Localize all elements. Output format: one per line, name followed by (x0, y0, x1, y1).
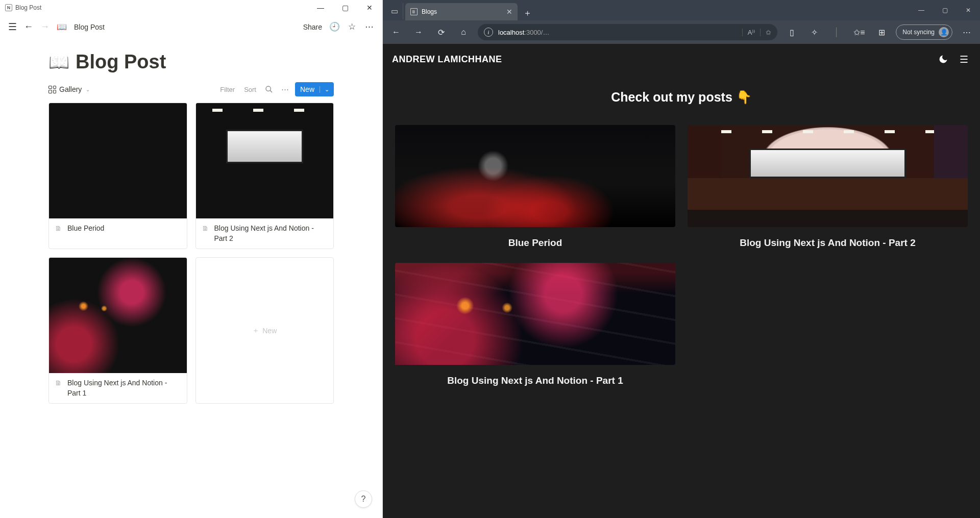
home-icon[interactable]: ⌂ (455, 24, 472, 40)
card-title: Blue Period (67, 224, 104, 234)
updates-icon[interactable]: 🕘 (329, 22, 339, 32)
divider: │ (828, 24, 845, 40)
svg-point-0 (266, 86, 271, 91)
profile-avatar-icon: 👤 (939, 27, 949, 37)
minimize-button[interactable]: — (313, 4, 328, 12)
gallery-card[interactable]: 🗎 Blog Using Next js And Notion - Part 1 (48, 257, 187, 404)
tab-actions-icon[interactable]: ▭ (386, 3, 403, 19)
post-title: Blog Using Next js And Notion - Part 1 (395, 375, 675, 386)
new-button[interactable]: New ⌄ (295, 82, 334, 96)
post-title: Blue Period (395, 237, 675, 249)
url-host: localhost (498, 29, 524, 36)
notion-titlebar-left: N Blog Post (5, 4, 41, 11)
notion-content: 📖 Blog Post Gallery ⌄ Filter Sort ⋯ New … (0, 38, 382, 518)
read-aloud-icon[interactable]: A⁾⁾ (742, 29, 755, 36)
post-card[interactable]: Blog Using Next js And Notion - Part 2 (688, 125, 968, 249)
pointing-down-icon: 👇 (736, 90, 752, 104)
view-label: Gallery (59, 85, 82, 93)
site-logo[interactable]: ANDREW LAMICHHANE (392, 54, 502, 65)
help-button[interactable]: ? (355, 490, 372, 508)
theme-toggle-icon[interactable] (936, 52, 950, 66)
maximize-button[interactable]: ▢ (337, 4, 353, 12)
sync-label: Not syncing (902, 29, 935, 36)
breadcrumb[interactable]: Blog Post (74, 23, 105, 31)
post-thumbnail (395, 125, 675, 227)
window-controls: — ▢ ✕ (313, 4, 377, 12)
close-button[interactable]: ✕ (362, 4, 377, 12)
card-thumbnail (49, 103, 187, 218)
post-card[interactable]: Blog Using Next js And Notion - Part 1 (395, 263, 675, 386)
notion-logo-icon: N (5, 4, 12, 11)
svg-line-1 (270, 90, 272, 92)
webpage: ANDREW LAMICHHANE ☰ Check out my posts 👇… (383, 44, 980, 518)
post-card[interactable]: Blue Period (395, 125, 675, 249)
card-thumbnail (49, 258, 187, 373)
gallery-card[interactable]: 🗎 Blog Using Next js And Notion - Part 2 (195, 103, 334, 249)
nav-back-icon[interactable]: ← (24, 21, 33, 32)
page-title[interactable]: Blog Post (76, 51, 166, 73)
help-icon: ? (361, 495, 366, 504)
nav-forward-icon[interactable]: → (410, 24, 427, 40)
settings-more-icon[interactable]: ⋯ (959, 24, 975, 40)
browser-tab[interactable]: 🗎 Blogs ✕ (405, 3, 518, 20)
add-favorite-icon[interactable]: ✩ (760, 29, 771, 36)
post-thumbnail (688, 125, 968, 227)
window-title: Blog Post (15, 4, 41, 11)
gallery-view-icon (48, 86, 56, 93)
new-button-label: New (295, 85, 320, 93)
tab-favicon-icon: 🗎 (410, 8, 418, 15)
tab-strip: ▭ 🗎 Blogs ✕ ＋ (383, 3, 910, 20)
tab-close-icon[interactable]: ✕ (506, 8, 512, 16)
notion-window: N Blog Post — ▢ ✕ ☰ ← → 📖 Blog Post Shar… (0, 0, 383, 518)
posts-heading: Check out my posts 👇 (383, 90, 980, 105)
post-title: Blog Using Next js And Notion - Part 2 (688, 237, 968, 249)
plus-icon: ＋ (252, 326, 259, 335)
extensions-icon[interactable]: ✧ (806, 24, 822, 40)
share-button[interactable]: Share (303, 23, 322, 31)
favorite-icon[interactable]: ☆ (347, 22, 357, 32)
notion-titlebar: N Blog Post — ▢ ✕ (0, 0, 382, 15)
refresh-icon[interactable]: ⟳ (433, 24, 449, 40)
address-bar[interactable]: i localhost:3000/… A⁾⁾ ✩ (478, 24, 777, 40)
new-tab-button[interactable]: ＋ (520, 5, 535, 20)
edge-toolbar: ← → ⟳ ⌂ i localhost:3000/… A⁾⁾ ✩ ▯ ✧ │ ✩… (383, 20, 980, 44)
tab-title: Blogs (422, 8, 502, 15)
site-info-icon[interactable]: i (484, 28, 493, 37)
post-thumbnail (395, 263, 675, 365)
edge-titlebar: ▭ 🗎 Blogs ✕ ＋ — ▢ ✕ (383, 0, 980, 20)
card-title: Blog Using Next js And Notion - Part 1 (67, 378, 181, 398)
database-toolbar: Gallery ⌄ Filter Sort ⋯ New ⌄ (48, 82, 334, 96)
page-doc-icon: 🗎 (55, 379, 63, 387)
notion-topbar: ☰ ← → 📖 Blog Post Share 🕘 ☆ ⋯ (0, 15, 382, 38)
nav-forward-icon[interactable]: → (40, 21, 50, 32)
chevron-down-icon: ⌄ (86, 87, 90, 92)
close-button[interactable]: ✕ (957, 0, 980, 20)
browser-window-controls: — ▢ ✕ (910, 0, 980, 20)
edge-window: ▭ 🗎 Blogs ✕ ＋ — ▢ ✕ ← → ⟳ ⌂ i localhost:… (383, 0, 980, 518)
page-icon: 📖 (57, 22, 67, 32)
filter-button[interactable]: Filter (217, 84, 238, 95)
new-button-caret-icon[interactable]: ⌄ (320, 86, 334, 93)
nav-back-icon[interactable]: ← (388, 24, 404, 40)
maximize-button[interactable]: ▢ (933, 0, 957, 20)
card-title: Blog Using Next js And Notion - Part 2 (214, 224, 328, 243)
tracking-prevention-icon[interactable]: ▯ (783, 24, 800, 40)
collections-icon[interactable]: ⊞ (873, 24, 890, 40)
view-selector[interactable]: Gallery ⌄ (48, 83, 90, 95)
favorites-icon[interactable]: ✩≡ (851, 24, 867, 40)
search-icon[interactable] (262, 83, 276, 96)
gallery-grid: 🗎 Blue Period 🗎 Blog Using Next js And N… (48, 103, 334, 404)
page-doc-icon: 🗎 (55, 225, 63, 232)
card-thumbnail (196, 103, 334, 218)
page-emoji-icon[interactable]: 📖 (48, 52, 69, 72)
sidebar-toggle-icon[interactable]: ☰ (8, 21, 17, 33)
profile-sync-button[interactable]: Not syncing 👤 (896, 24, 952, 40)
sort-button[interactable]: Sort (241, 84, 259, 95)
db-more-icon[interactable]: ⋯ (279, 83, 292, 96)
url-rest: :3000/… (524, 29, 549, 36)
minimize-button[interactable]: — (910, 0, 933, 20)
new-page-card[interactable]: ＋ New (195, 257, 334, 404)
gallery-card[interactable]: 🗎 Blue Period (48, 103, 187, 249)
more-icon[interactable]: ⋯ (364, 22, 374, 32)
menu-icon[interactable]: ☰ (957, 52, 971, 66)
